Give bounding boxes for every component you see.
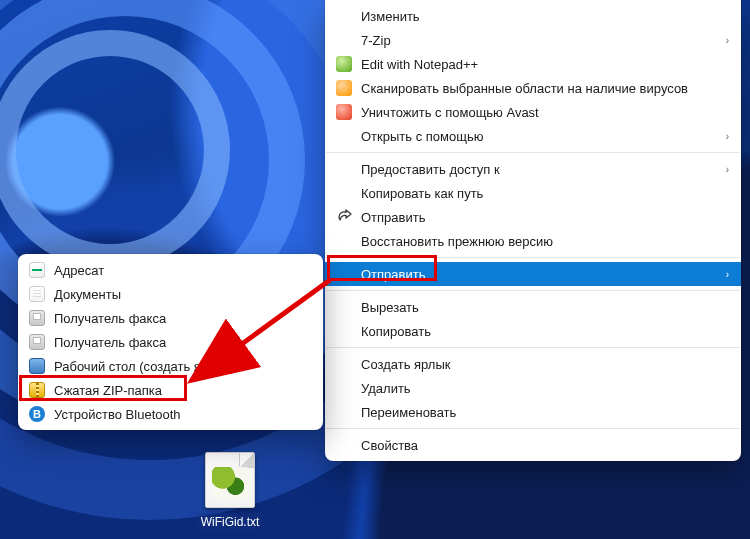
doc-icon <box>26 286 48 302</box>
menu-item[interactable]: Свойства <box>325 433 741 457</box>
menu-item[interactable]: Вырезать <box>325 295 741 319</box>
menu-item-label: Восстановить прежнюю версию <box>355 234 715 249</box>
menu-item-label: Отправить <box>355 210 715 225</box>
menu-item-label: Переименовать <box>355 405 715 420</box>
menu-item[interactable]: Edit with Notepad++ <box>325 52 741 76</box>
menu-item[interactable]: Переименовать <box>325 400 741 424</box>
sendto-item-label: Получатель факса <box>48 335 311 350</box>
sendto-item[interactable]: Рабочий стол (создать ярлык) <box>18 354 323 378</box>
chevron-right-icon: › <box>715 131 729 142</box>
menu-item-label: Сканировать выбранные области на наличие… <box>355 81 715 96</box>
sendto-item-label: Адресат <box>48 263 311 278</box>
menu-item[interactable]: Копировать <box>325 319 741 343</box>
menu-separator <box>326 290 740 291</box>
menu-item[interactable]: Восстановить прежнюю версию <box>325 229 741 253</box>
sendto-item[interactable]: Сжатая ZIP-папка <box>18 378 323 402</box>
menu-item-label: Отправить <box>355 267 715 282</box>
menu-item[interactable]: Уничтожить с помощью Avast <box>325 100 741 124</box>
menu-item-label: Копировать <box>355 324 715 339</box>
menu-separator <box>326 152 740 153</box>
desk-icon <box>26 358 48 374</box>
menu-item-label: Изменить <box>355 9 715 24</box>
menu-item-label: Удалить <box>355 381 715 396</box>
menu-item[interactable]: Копировать как путь <box>325 181 741 205</box>
menu-item[interactable]: Удалить <box>325 376 741 400</box>
menu-item[interactable]: 7-Zip› <box>325 28 741 52</box>
share-icon <box>333 209 355 225</box>
red-icon <box>333 104 355 120</box>
sendto-item[interactable]: BУстройство Bluetooth <box>18 402 323 426</box>
sendto-item-label: Сжатая ZIP-папка <box>48 383 311 398</box>
printer-icon <box>26 310 48 326</box>
menu-item-label: Уничтожить с помощью Avast <box>355 105 715 120</box>
menu-item[interactable]: Предоставить доступ к› <box>325 157 741 181</box>
chevron-right-icon: › <box>715 269 729 280</box>
zip-icon <box>26 382 48 398</box>
menu-item[interactable]: Сканировать выбранные области на наличие… <box>325 76 741 100</box>
menu-item-label: Копировать как путь <box>355 186 715 201</box>
chevron-right-icon: › <box>715 35 729 46</box>
context-menu-main: Изменить7-Zip›Edit with Notepad++Сканиро… <box>325 0 741 461</box>
printer-icon <box>26 334 48 350</box>
menu-item[interactable]: Изменить <box>325 4 741 28</box>
menu-item[interactable]: Отправить <box>325 205 741 229</box>
chevron-right-icon: › <box>715 164 729 175</box>
sendto-item[interactable]: Документы <box>18 282 323 306</box>
sendto-item[interactable]: Получатель факса <box>18 330 323 354</box>
menu-item-label: 7-Zip <box>355 33 715 48</box>
sendto-item-label: Документы <box>48 287 311 302</box>
context-menu-sendto: АдресатДокументыПолучатель факсаПолучате… <box>18 254 323 430</box>
menu-separator <box>326 428 740 429</box>
file-label: WiFiGid.txt <box>197 513 264 531</box>
menu-item-label: Свойства <box>355 438 715 453</box>
menu-item-label: Открыть с помощью <box>355 129 715 144</box>
menu-item-label: Edit with Notepad++ <box>355 57 715 72</box>
menu-item-label: Вырезать <box>355 300 715 315</box>
sendto-item[interactable]: Получатель факса <box>18 306 323 330</box>
desktop-file[interactable]: WiFiGid.txt <box>190 452 270 531</box>
orange-icon <box>333 80 355 96</box>
menu-separator <box>326 347 740 348</box>
green-icon <box>333 56 355 72</box>
sendto-item[interactable]: Адресат <box>18 258 323 282</box>
menu-item[interactable]: Отправить› <box>325 262 741 286</box>
sendto-item-label: Получатель факса <box>48 311 311 326</box>
file-icon <box>205 452 255 508</box>
sendto-item-label: Устройство Bluetooth <box>48 407 311 422</box>
sendto-item-label: Рабочий стол (создать ярлык) <box>48 359 311 374</box>
bt-icon: B <box>26 406 48 422</box>
menu-item-label: Предоставить доступ к <box>355 162 715 177</box>
menu-separator <box>326 257 740 258</box>
menu-item[interactable]: Создать ярлык <box>325 352 741 376</box>
card-icon <box>26 262 48 278</box>
menu-item[interactable]: Открыть с помощью› <box>325 124 741 148</box>
menu-item-label: Создать ярлык <box>355 357 715 372</box>
